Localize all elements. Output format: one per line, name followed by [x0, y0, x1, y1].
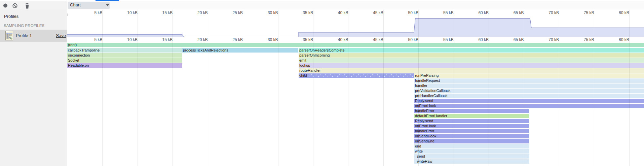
svg-text:%: % [9, 36, 12, 40]
